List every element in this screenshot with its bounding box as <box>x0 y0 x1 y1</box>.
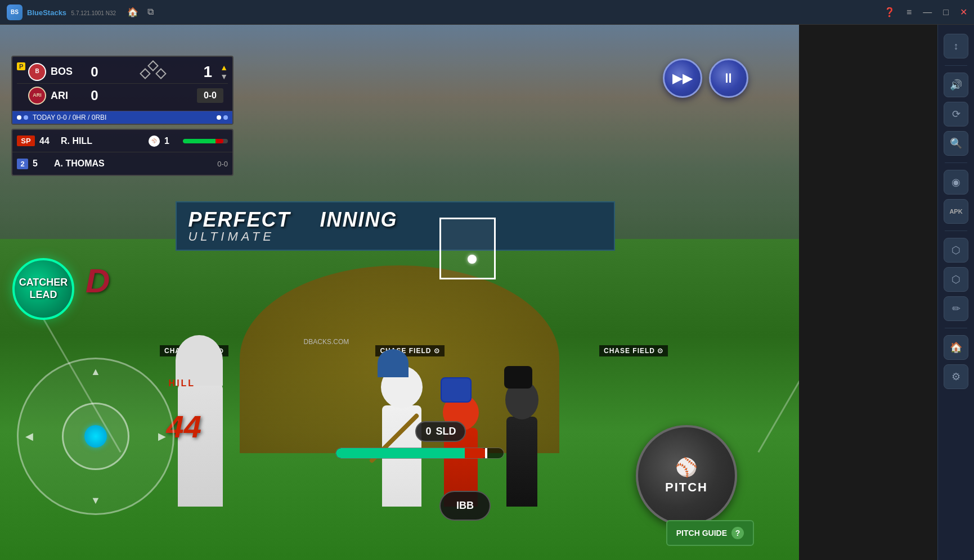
batter-count: 0-0 <box>217 160 228 168</box>
bos-abbr: BOS <box>51 66 82 78</box>
first-base <box>155 68 167 79</box>
pitch-type-indicator: 0 SLD <box>415 421 466 442</box>
scoreboard-teams: P B BOS 0 1 <box>12 57 232 111</box>
baseball-icon: ⚾ <box>149 136 160 147</box>
sidebar-divider-4 <box>945 328 967 328</box>
pitcher-pitch-count: 1 <box>164 136 178 146</box>
arrow-down-icon: ▼ <box>220 72 228 81</box>
game-area: D PERFECT INNING ULTIMATE CHASE FIELD ⊙ … <box>0 25 799 560</box>
close-icon[interactable]: ✕ <box>960 7 967 17</box>
stats-panel: SP 44 R. HILL ⚾ 1 2 5 A. THOMAS 0-0 <box>11 129 234 176</box>
bluestacks-logo: BS <box>7 4 23 20</box>
arrow-up-icon: ▲ <box>220 63 228 72</box>
sidebar-btn-erase[interactable]: ✏ <box>944 296 968 321</box>
pitcher-stats-row: SP 44 R. HILL ⚾ 1 <box>12 130 232 152</box>
fast-forward-icon: ▶▶ <box>672 70 693 86</box>
dbacks-logo-left: D <box>64 258 132 303</box>
ibb-button-label: IBB <box>456 500 474 511</box>
ari-score: 0 <box>86 88 103 103</box>
ari-abbr: ARI <box>51 90 82 102</box>
batter-name: A. THOMAS <box>54 159 213 169</box>
pitch-guide-question-icon: ? <box>731 527 744 539</box>
batter-number: 5 <box>33 159 50 169</box>
stats-line: TODAY 0-0 / 0HR / 0RBI <box>33 114 106 121</box>
baseball-pitch-icon: ⚾ <box>675 457 698 478</box>
svg-text:B: B <box>35 68 39 74</box>
pitcher-name: R. HILL <box>61 136 144 146</box>
titlebar-nav-icons: 🏠 ⧉ <box>127 7 154 17</box>
sidebar-btn-rotate[interactable]: ⟳ <box>944 102 968 127</box>
sidebar-btn-settings[interactable]: ⚙ <box>944 364 968 389</box>
joystick-center[interactable] <box>84 425 107 448</box>
chase-field-banner-right: CHASE FIELD ⊙ <box>599 345 668 356</box>
pitch-count: 0 <box>425 426 431 437</box>
score-info-bar: TODAY 0-0 / 0HR / 0RBI <box>12 111 232 124</box>
minimize-icon[interactable]: — <box>923 7 932 17</box>
joystick-area[interactable]: ▲ ▼ ◀ ▶ <box>17 358 174 515</box>
bos-score: 0 <box>86 64 103 80</box>
joystick-left-arrow: ◀ <box>25 430 33 442</box>
ibb-button[interactable]: IBB <box>439 491 491 521</box>
umpire-figure <box>495 360 551 507</box>
app-name: BlueStacks <box>27 8 66 17</box>
sidebar-btn-1[interactable]: ↕ <box>944 34 968 58</box>
home-icon[interactable]: 🏠 <box>127 7 138 17</box>
sidebar-btn-5[interactable]: ⬡ <box>944 238 968 263</box>
sidebar-btn-search[interactable]: 🔍 <box>944 131 968 156</box>
right-sidebar: ↕ 🔊 ⟳ 🔍 ◉ APK ⬡ ⬡ ✏ 🏠 ⚙ <box>937 25 974 560</box>
info-dots-right <box>217 115 228 120</box>
pitcher-number: 44 <box>39 136 56 146</box>
help-icon[interactable]: ❓ <box>884 7 895 17</box>
dbacks-site-text: DBACKS.COM <box>304 338 349 346</box>
game-title-ad: PERFECT INNING ULTIMATE <box>176 201 615 251</box>
catcher-lead-label: CATCHERLEAD <box>19 277 68 301</box>
sidebar-btn-home[interactable]: 🏠 <box>944 335 968 360</box>
pause-button[interactable]: ⏸ <box>709 58 748 98</box>
titlebar-controls: ❓ ≡ — □ ✕ <box>884 7 967 17</box>
sidebar-btn-volume[interactable]: 🔊 <box>944 73 968 97</box>
pause-icon: ⏸ <box>722 70 735 86</box>
joystick-outer[interactable]: ▲ ▼ ◀ ▶ <box>17 358 174 515</box>
dot-3 <box>217 115 221 120</box>
dot-1 <box>17 115 21 120</box>
sidebar-btn-6[interactable]: ⬡ <box>944 267 968 292</box>
restore-icon[interactable]: □ <box>943 7 949 17</box>
pitcher-stamina-bar <box>183 139 228 143</box>
svg-text:ARI: ARI <box>33 92 42 98</box>
pitch-button-label: PITCH <box>665 480 708 495</box>
info-dots <box>17 115 28 120</box>
pitch-guide-label: PITCH GUIDE <box>676 529 727 538</box>
bases-display <box>107 61 199 83</box>
strike-zone-box[interactable] <box>439 218 496 279</box>
pitch-meter-marker <box>485 448 487 458</box>
joystick-inner[interactable] <box>62 403 129 470</box>
ari-logo: ARI <box>28 87 46 105</box>
joystick-up-arrow: ▲ <box>91 366 101 378</box>
inning-arrows: ▲ ▼ <box>220 63 228 81</box>
sidebar-btn-3[interactable]: ◉ <box>944 170 968 195</box>
second-base <box>147 60 159 71</box>
team-row-ari: ARI ARI 0 0-0 <box>17 84 228 107</box>
pitch-button[interactable]: ⚾ PITCH <box>636 425 737 526</box>
inning-number: 1 <box>204 63 213 81</box>
pitch-meter <box>335 448 504 459</box>
batter-lineup: 2 <box>17 159 28 169</box>
app-version: 5.7.121.1001 N32 <box>71 10 116 16</box>
sidebar-btn-apk[interactable]: APK <box>944 199 968 224</box>
menu-icon[interactable]: ≡ <box>906 7 912 17</box>
copy-icon[interactable]: ⧉ <box>147 7 154 17</box>
top-controls: ▶▶ ⏸ <box>663 58 748 98</box>
joystick-right-arrow: ▶ <box>158 430 166 442</box>
catcher-lead-button[interactable]: CATCHERLEAD <box>12 258 74 320</box>
dot-2 <box>24 115 28 120</box>
count-display: 0-0 <box>107 88 228 103</box>
pitch-guide-button[interactable]: PITCH GUIDE ? <box>666 520 754 546</box>
pitcher-position: SP <box>17 136 35 146</box>
team-row-bos: P B BOS 0 1 <box>17 60 228 84</box>
pitch-ball-indicator <box>468 255 477 264</box>
pitch-meter-fill <box>336 448 487 458</box>
p-badge: P <box>17 62 25 70</box>
fast-forward-button[interactable]: ▶▶ <box>663 58 702 98</box>
sidebar-divider-2 <box>945 162 967 163</box>
joystick-down-arrow: ▼ <box>91 495 101 507</box>
